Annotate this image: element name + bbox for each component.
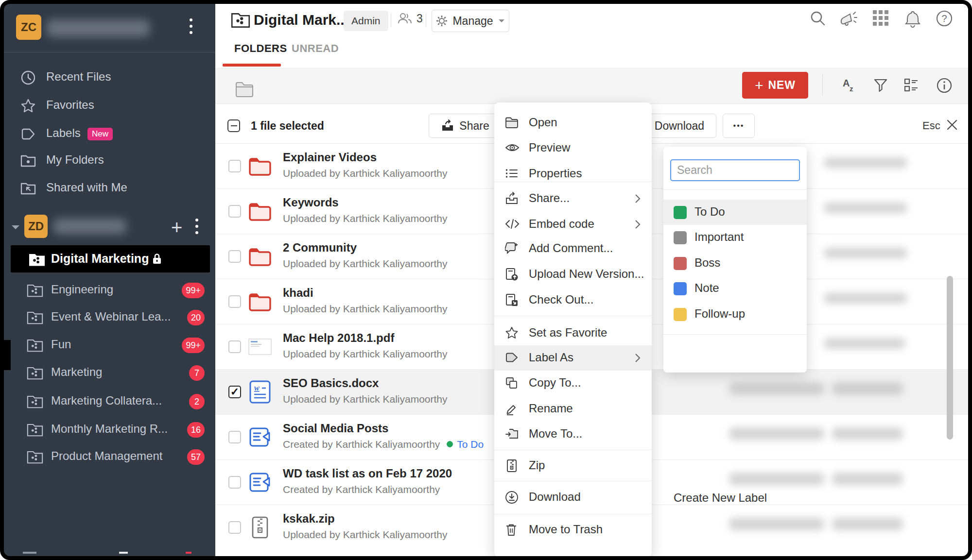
label-option-important[interactable]: Important	[663, 225, 807, 250]
select-all-checkbox-indeterminate[interactable]	[227, 119, 240, 132]
menu-item-rename[interactable]: Rename	[494, 396, 652, 422]
file-name: kskak.zip	[283, 512, 335, 526]
sidebar-folder-marketing[interactable]: Marketing 7	[4, 359, 215, 387]
copy-icon	[505, 376, 519, 390]
sidebar: ZC Recent Files Favorites Labels New	[4, 4, 215, 556]
file-name: 2 Community	[283, 241, 357, 255]
menu-item-move-to-trash[interactable]: Move to Trash	[494, 517, 652, 543]
team-kebab-menu-icon[interactable]	[190, 18, 192, 34]
view-layout-icon[interactable]	[903, 77, 920, 93]
toolbar-divider	[822, 74, 823, 96]
row-checkbox[interactable]	[228, 160, 241, 172]
file-name: WD task list as on Feb 17 2020	[283, 467, 452, 480]
star-icon	[505, 326, 519, 340]
sidebar-folder-event-webinar[interactable]: Event & Webinar Lea... 20	[4, 304, 215, 332]
sidebar-divider	[4, 52, 215, 52]
tab-folders[interactable]: FOLDERS	[234, 42, 287, 55]
label-search-input[interactable]	[670, 159, 800, 181]
writer-file-icon	[248, 471, 272, 494]
search-icon[interactable]	[809, 10, 827, 27]
sidebar-folder-fun[interactable]: Fun 99+	[4, 331, 215, 359]
menu-item-preview[interactable]: Preview	[494, 136, 652, 161]
help-icon[interactable]: ?	[936, 10, 953, 27]
label-option-follow-up[interactable]: Follow-up	[663, 302, 807, 327]
download-button[interactable]: Download	[642, 114, 716, 138]
label-tag-icon	[505, 351, 519, 365]
folder-icon	[248, 154, 272, 178]
filter-icon[interactable]	[872, 77, 889, 93]
folder-open-icon	[505, 116, 519, 130]
row-checkbox-checked[interactable]: ✓	[228, 386, 241, 398]
announcements-icon[interactable]	[839, 10, 857, 27]
menu-item-download[interactable]: Download	[494, 485, 652, 510]
sidebar-item-labels[interactable]: Labels New	[4, 120, 215, 148]
vertical-scrollbar[interactable]	[947, 276, 953, 440]
unread-count-badge: 57	[187, 449, 205, 465]
manage-button[interactable]: Manage	[432, 10, 509, 32]
redacted-meta	[832, 473, 903, 485]
share-button[interactable]: Share	[429, 114, 502, 138]
menu-divider	[494, 481, 652, 481]
workspace-avatar[interactable]: ZD	[24, 215, 48, 238]
menu-item-label-as[interactable]: Label As	[494, 345, 652, 371]
sidebar-folder-digital-marketing[interactable]: Digital Marketing	[11, 245, 210, 272]
row-checkbox[interactable]	[228, 205, 241, 218]
sidebar-folder-label: Fun	[51, 338, 71, 351]
row-checkbox[interactable]	[228, 521, 241, 534]
label-link[interactable]: To Do	[457, 439, 484, 450]
menu-item-embed-code[interactable]: Embed code	[494, 212, 652, 237]
breadcrumb-folder-icon[interactable]	[235, 81, 254, 98]
menu-item-add-comment[interactable]: Add Comment...	[494, 236, 652, 261]
team-avatar[interactable]: ZC	[16, 15, 41, 40]
row-checkbox[interactable]	[228, 250, 241, 263]
chevron-down-icon[interactable]	[10, 223, 21, 231]
menu-item-upload-new-version[interactable]: Upload New Version...	[494, 262, 652, 287]
menu-item-open[interactable]: Open	[494, 110, 652, 136]
apps-grid-icon[interactable]	[872, 10, 890, 27]
label-option-note[interactable]: Note	[663, 276, 807, 301]
menu-item-share[interactable]: Share...	[494, 186, 652, 211]
add-folder-plus-icon[interactable]: +	[171, 218, 182, 237]
menu-item-copy-to[interactable]: Copy To...	[494, 371, 652, 396]
row-checkbox[interactable]	[228, 431, 241, 443]
close-icon[interactable]	[946, 119, 958, 131]
sidebar-item-my-folders[interactable]: My Folders	[4, 147, 215, 175]
redacted-meta	[824, 203, 907, 213]
folder-icon	[248, 290, 272, 313]
members-button[interactable]: 3	[397, 12, 423, 25]
label-option-to-do[interactable]: To Do	[663, 200, 807, 225]
sidebar-item-shared-with-me[interactable]: Shared with Me	[4, 174, 215, 203]
menu-item-set-as-favorite[interactable]: Set as Favorite	[494, 321, 652, 346]
active-tab-underline	[223, 64, 281, 67]
create-new-label-button[interactable]: Create New Label	[663, 486, 807, 511]
label-color-swatch	[674, 257, 687, 270]
sidebar-folder-label: Engineering	[51, 283, 113, 296]
file-name: SEO Basics.docx	[283, 376, 379, 390]
redacted-meta	[832, 518, 903, 530]
sidebar-folder-product-management[interactable]: Product Management 57	[4, 443, 215, 471]
menu-item-properties[interactable]: Properties	[494, 161, 652, 187]
row-checkbox[interactable]	[228, 295, 241, 308]
info-icon[interactable]	[936, 77, 952, 93]
sidebar-folder-engineering[interactable]: Engineering 99+	[4, 276, 215, 305]
notifications-bell-icon[interactable]	[904, 10, 921, 27]
sort-az-icon[interactable]: Az	[841, 77, 857, 93]
sidebar-folder-monthly-marketing[interactable]: Monthly Marketing R... 16	[4, 416, 215, 444]
sidebar-item-label: Labels	[46, 126, 81, 140]
sidebar-item-favorites[interactable]: Favorites	[4, 92, 215, 120]
workspace-kebab-menu-icon[interactable]	[195, 219, 198, 234]
menu-item-move-to[interactable]: Move To...	[494, 422, 652, 447]
redacted-meta	[824, 338, 905, 349]
new-button-label: NEW	[768, 79, 796, 92]
menu-item-zip[interactable]: Zip	[494, 453, 652, 478]
sidebar-folder-marketing-collateral[interactable]: Marketing Collatera... 2	[4, 388, 215, 416]
row-checkbox[interactable]	[228, 340, 241, 353]
sidebar-item-recent-files[interactable]: Recent Files	[4, 64, 215, 92]
sidebar-item-label: Shared with Me	[46, 181, 127, 194]
new-button[interactable]: + NEW	[742, 72, 808, 99]
more-actions-button[interactable]: •••	[723, 114, 755, 138]
label-option-boss[interactable]: Boss	[663, 251, 807, 276]
tab-unread[interactable]: UNREAD	[292, 42, 339, 55]
menu-item-check-out[interactable]: Check Out...	[494, 288, 652, 313]
row-checkbox[interactable]	[228, 476, 241, 489]
